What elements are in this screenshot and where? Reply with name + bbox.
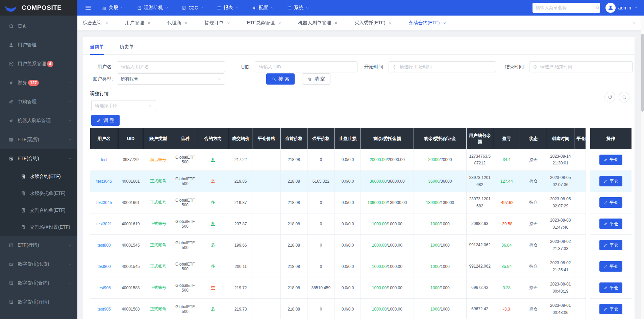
table-cell	[252, 277, 280, 298]
user-menu[interactable]: admin	[605, 3, 638, 13]
user-link[interactable]: test	[101, 157, 107, 162]
user-link[interactable]: test3021	[96, 222, 112, 226]
sidebar-item[interactable]: 首页	[0, 17, 77, 36]
user-link[interactable]: test905	[97, 286, 110, 290]
table-row[interactable]: test304540001661正式账号GlobalETF 500空219.85…	[90, 170, 632, 192]
sidebar-item[interactable]: ETF(现货)	[0, 130, 77, 149]
sidebar-item[interactable]: 交割场控设置(ETF)	[0, 219, 77, 236]
sidebar-item[interactable]: 用户管理	[0, 36, 77, 54]
page-tab[interactable]: ETF总类管理✕	[247, 20, 281, 26]
page-tab[interactable]: 用户管理✕	[125, 20, 151, 26]
table-row[interactable]: test304540001661正式账号GlobalETF 500多219.87…	[90, 192, 632, 213]
close-icon[interactable]: ✕	[184, 21, 188, 26]
table-row[interactable]: test90540001583正式账号GlobalETF 500多219.732…	[90, 298, 632, 319]
close-icon[interactable]: ✕	[334, 21, 338, 26]
tab-current-orders[interactable]: 当前单	[90, 44, 104, 54]
sidebar-item-label: 财务	[18, 80, 27, 86]
sidebar-item[interactable]: 机器人刷单管理	[0, 111, 77, 130]
page-tab[interactable]: 买入委托(ETF)✕	[354, 20, 392, 26]
user-link[interactable]: test905	[97, 307, 110, 312]
page-tab[interactable]: 综合查询✕	[83, 20, 108, 26]
table-cell: 40001583	[118, 277, 143, 298]
close-icon[interactable]: ✕	[443, 21, 446, 26]
refresh-button[interactable]	[604, 92, 615, 102]
user-link[interactable]: test3045	[96, 200, 112, 205]
col-header: 平仓价格	[252, 128, 280, 149]
table-row[interactable]: test80040001545正式账号GlobalETF 500多199.662…	[90, 234, 632, 256]
currency-select[interactable]: 请选择币种	[91, 100, 156, 111]
sidebar-item[interactable]: 数字货币(现货)	[0, 255, 77, 274]
account-type-select[interactable]: 所有账号	[117, 73, 225, 85]
username-label: 用户名:	[90, 64, 117, 70]
sidebar-item[interactable]: 数字货币(行情)	[0, 293, 77, 312]
topnav-item[interactable]: 美股	[102, 5, 124, 11]
table-cell	[574, 234, 586, 256]
topnav-item[interactable]: 系统	[287, 5, 309, 11]
table-row[interactable]: test302140001619正式账号GlobalETF 500多237.87…	[90, 213, 632, 234]
sidebar-item[interactable]: 用户关系管理4	[0, 54, 77, 73]
orders-table-wrap: 用户名UID账户类型品种合约方向成交均价平仓价格当前价格强平价格止盈止损剩余/委…	[90, 128, 635, 319]
username-input[interactable]	[117, 61, 225, 72]
sidebar-item[interactable]: 申购管理	[0, 92, 77, 111]
filter-row-2: 账户类型: 所有账号 搜 索 清 空	[83, 73, 635, 85]
close-icon[interactable]: ✕	[278, 21, 281, 26]
adjust-button[interactable]: 调 整	[91, 115, 120, 126]
close-icon[interactable]: ✕	[227, 21, 230, 26]
topnav-item[interactable]: C2C	[181, 5, 204, 11]
table-cell: 218.08	[280, 170, 307, 192]
close-position-button[interactable]: 平仓	[599, 282, 622, 293]
close-position-button[interactable]: 平仓	[599, 219, 622, 229]
brand-logo[interactable]: COMPOSITE	[0, 0, 77, 16]
sidebar-item[interactable]: ETF(合约)	[0, 149, 77, 168]
uid-input[interactable]	[255, 61, 357, 72]
page-tab[interactable]: 永续合约(ETF)✕	[409, 20, 447, 26]
topnav-item[interactable]: 报表	[217, 5, 239, 11]
menu-search-input[interactable]	[536, 5, 595, 10]
tabs-overflow-button[interactable]	[630, 18, 639, 28]
close-position-button[interactable]: 平仓	[599, 240, 622, 250]
table-cell: 正式账号	[143, 192, 173, 213]
page-scrollbar[interactable]	[641, 16, 644, 319]
search-button[interactable]: 搜 索	[266, 73, 295, 85]
close-position-button[interactable]: 平仓	[599, 176, 622, 186]
direction-value: 多	[211, 306, 215, 311]
page-tab-label: 机器人刷单管理	[298, 20, 331, 26]
table-cell: 0.0/0.0	[335, 213, 361, 234]
table-cell: 139000.00/139000.00	[361, 192, 414, 213]
table-row[interactable]: test80040001545正式账号GlobalETF 500多200.112…	[90, 256, 632, 277]
table-search-button[interactable]	[619, 92, 629, 102]
close-position-button[interactable]: 平仓	[599, 304, 622, 314]
sidebar-item[interactable]: 永续合约(ETF)	[0, 168, 77, 185]
close-position-button[interactable]: 平仓	[599, 261, 622, 272]
close-position-button[interactable]: 平仓	[599, 197, 622, 208]
page-tab[interactable]: 提现订单✕	[205, 20, 230, 26]
start-time-picker[interactable]: 请选择 开始时间	[389, 61, 496, 72]
sidebar-item[interactable]: 财务127	[0, 73, 77, 92]
clear-button[interactable]: 清 空	[302, 73, 330, 85]
table-cell: 空	[197, 277, 229, 298]
sidebar-item[interactable]: ETF(行情)	[0, 236, 77, 255]
close-position-button[interactable]: 平仓	[599, 155, 622, 165]
menu-collapse-icon[interactable]	[85, 4, 92, 11]
topnav-item[interactable]: 配置	[252, 5, 274, 11]
chevron-icon	[68, 262, 72, 266]
user-link[interactable]: test3045	[96, 179, 112, 184]
table-row[interactable]: test3987729演示账号GlobalETF 500多217.22218.0…	[90, 149, 632, 170]
end-time-picker[interactable]: 请选择 结束时间	[529, 61, 633, 72]
page-tab[interactable]: 机器人刷单管理✕	[298, 20, 338, 26]
sidebar-item[interactable]: 数字货币(合约)	[0, 274, 77, 293]
tab-history-orders[interactable]: 历史单	[120, 44, 134, 54]
close-icon[interactable]: ✕	[147, 21, 151, 26]
topnav-item[interactable]: 理财矿机	[137, 5, 169, 11]
table-cell: 0	[307, 256, 335, 277]
sidebar-item[interactable]: 永续委托单(ETF)	[0, 185, 77, 202]
user-link[interactable]: test800	[97, 243, 110, 248]
table-row[interactable]: test90540001583正式账号GlobalETF 500空219.722…	[90, 277, 632, 298]
sidebar-item[interactable]: 交割合约单(ETF)	[0, 202, 77, 219]
page-tab[interactable]: 代理商✕	[167, 20, 188, 26]
sidebar-item-label: 数字货币(现货)	[18, 261, 49, 267]
close-icon[interactable]: ✕	[389, 21, 392, 26]
close-icon[interactable]: ✕	[105, 21, 108, 26]
scrollbar-thumb[interactable]	[641, 34, 644, 112]
user-link[interactable]: test800	[97, 264, 110, 269]
